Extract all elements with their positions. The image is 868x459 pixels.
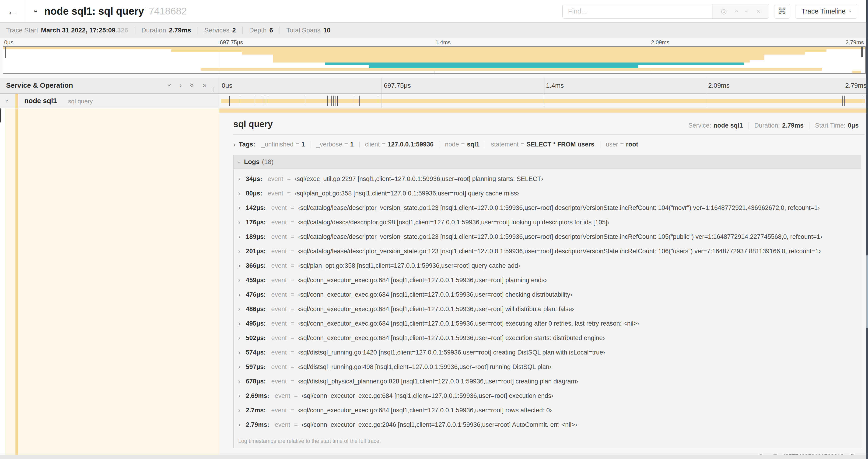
log-timestamp: 502μs: [246, 334, 266, 341]
log-field-value: ‹sql/conn_executor_exec.go:2046 [nsql1,c… [302, 421, 577, 428]
log-field-key: event [271, 407, 287, 414]
log-timestamp: 2.79ms: [246, 421, 270, 428]
log-entry[interactable]: › 201μs: event = ‹sql/catalog/lease/desc… [234, 244, 861, 258]
log-entry[interactable]: › 678μs: event = ‹sql/distsql_physical_p… [234, 374, 861, 389]
span-detail-row: sql query Service: node sql1 Duration: 2… [0, 108, 868, 455]
span-log-marker[interactable] [354, 96, 354, 106]
service-label: Service: [688, 122, 711, 129]
log-entry[interactable]: › 502μs: event = ‹sql/conn_executor_exec… [234, 331, 861, 345]
span-log-marker[interactable] [844, 96, 845, 106]
locate-icon[interactable]: ◎ [721, 7, 726, 15]
log-entry[interactable]: › 486μs: event = ‹sql/conn_executor_exec… [234, 302, 861, 316]
horizontal-scrollbar-track[interactable] [0, 455, 868, 459]
log-entry[interactable]: › 574μs: event = ‹sql/distsql_running.go… [234, 345, 861, 360]
span-log-marker[interactable] [359, 96, 360, 106]
log-entry[interactable]: › 2.69ms: event = ‹sql/conn_executor_exe… [234, 389, 861, 403]
find-input[interactable] [563, 4, 712, 19]
trace-meta-item: Total Spans 10 [273, 27, 331, 34]
minimap-right-scrubber[interactable] [861, 47, 863, 57]
log-equals: = [290, 204, 294, 211]
expand-one-icon[interactable]: › [179, 81, 182, 89]
span-log-marker[interactable] [327, 96, 328, 106]
log-entry[interactable]: › 142μs: event = ‹sql/catalog/lease/desc… [234, 201, 861, 215]
meta-label: Trace Start [6, 27, 38, 34]
span-log-marker[interactable] [334, 96, 334, 106]
log-entry[interactable]: › 597μs: event = ‹sql/distsql_running.go… [234, 360, 861, 374]
log-field-value: ‹sql/catalog/lease/descriptor_version_st… [298, 204, 820, 211]
log-entry[interactable]: › 476μs: event = ‹sql/conn_executor_exec… [234, 287, 861, 302]
find-prev-icon[interactable]: › [733, 10, 740, 12]
keyboard-shortcuts-button[interactable]: ⌘ [774, 4, 790, 19]
timeline-tick-label: 2.79ms [845, 82, 867, 89]
collapse-all-icon[interactable]: » [188, 83, 196, 87]
log-entry[interactable]: › 189μs: event = ‹sql/catalog/lease/desc… [234, 230, 861, 244]
tag-item: _unfinished = 1 [261, 141, 316, 148]
vertical-scrollbar-thumb[interactable] [866, 255, 868, 328]
expand-all-icon[interactable]: » [203, 81, 207, 89]
span-bar-cell[interactable] [219, 94, 868, 108]
span-log-marker[interactable] [331, 96, 332, 106]
tags-chevron-right-icon[interactable]: › [233, 141, 236, 148]
span-log-marker[interactable] [268, 96, 268, 106]
service-operation-header: Service & Operation › › » » [0, 78, 219, 93]
back-button[interactable]: ← [0, 0, 25, 22]
tags-accordian[interactable]: › Tags: _unfinished = 1 _verbose = 1 [233, 141, 865, 148]
log-chevron-right-icon: › [238, 378, 240, 385]
span-expand-chevron-icon[interactable]: › [3, 100, 11, 102]
duration-label: Duration: [754, 122, 780, 129]
log-entry[interactable]: › 366μs: event = ‹sql/plan_opt.go:358 [n… [234, 258, 861, 273]
find-next-icon[interactable]: › [743, 10, 751, 12]
minimap-left-scrubber[interactable] [5, 47, 6, 58]
timeline-gridline [381, 94, 382, 108]
tag-value: sql1 [467, 141, 479, 148]
logs-chevron-down-icon: › [236, 161, 243, 163]
log-field-value: ‹sql/conn_executor_exec.go:684 [nsql1,cl… [298, 276, 547, 284]
find-group: ◎ › › × [562, 4, 769, 19]
find-clear-icon[interactable]: × [756, 7, 761, 15]
meta-value: March 31 2022, 17:25:09 [41, 27, 115, 34]
log-entry[interactable]: › 80μs: event = ‹sql/plan_opt.go:358 [ns… [234, 186, 861, 201]
log-chevron-right-icon: › [238, 334, 240, 341]
span-log-marker[interactable] [864, 96, 864, 106]
span-log-marker[interactable] [262, 96, 262, 106]
logs-footnote: Log timestamps are relative to the start… [234, 432, 861, 448]
minimap-strips [3, 47, 865, 73]
vertical-scrollbar-track[interactable] [866, 0, 868, 459]
start-time-value: 0μs [848, 122, 859, 129]
span-color-accent [16, 94, 18, 108]
span-log-marker[interactable] [842, 96, 843, 106]
trace-view-selector[interactable]: Trace Timeline › [795, 4, 857, 19]
service-operation-title: Service & Operation [6, 81, 73, 89]
log-field-value: ‹sql/conn_executor_exec.go:684 [nsql1,cl… [298, 334, 605, 341]
log-entry[interactable]: › 2.7ms: event = ‹sql/conn_executor_exec… [234, 403, 861, 418]
span-row[interactable]: › node sql1 sql query [0, 94, 868, 108]
detail-divider [233, 134, 865, 135]
span-log-marker[interactable] [378, 96, 378, 106]
info-divider [748, 122, 749, 129]
minimap-canvas[interactable] [3, 46, 866, 74]
log-timestamp: 366μs: [246, 262, 266, 269]
column-resize-grip[interactable] [212, 87, 214, 92]
log-chevron-right-icon: › [238, 175, 240, 183]
log-chevron-right-icon: › [238, 248, 240, 255]
link-icon[interactable] [848, 453, 855, 455]
log-entry[interactable]: › 34μs: event = ‹sql/exec_util.go:2297 [… [234, 172, 861, 186]
collapse-one-icon[interactable]: › [165, 84, 174, 86]
span-log-marker[interactable] [337, 96, 338, 106]
log-entry[interactable]: › 176μs: event = ‹sql/catalog/descs/desc… [234, 215, 861, 230]
trace-title-chevron-icon[interactable]: › [32, 10, 41, 12]
log-timestamp: 34μs: [246, 175, 262, 183]
log-field-key: event [271, 363, 287, 370]
logs-header[interactable]: › Logs (18) [234, 155, 861, 169]
span-log-marker[interactable] [229, 96, 229, 106]
span-log-marker[interactable] [254, 96, 254, 106]
log-entry[interactable]: › 459μs: event = ‹sql/conn_executor_exec… [234, 273, 861, 287]
span-log-marker[interactable] [240, 96, 240, 106]
log-entry[interactable]: › 2.79ms: event = ‹sql/conn_executor_exe… [234, 418, 861, 432]
span-log-marker[interactable] [265, 96, 265, 106]
span-log-marker[interactable] [306, 96, 306, 106]
log-entry[interactable]: › 495μs: event = ‹sql/conn_executor_exec… [234, 316, 861, 331]
span-log-marker[interactable] [336, 96, 336, 106]
span-name-cell[interactable]: › node sql1 sql query [0, 94, 219, 108]
minimap-span-strip [852, 71, 861, 73]
